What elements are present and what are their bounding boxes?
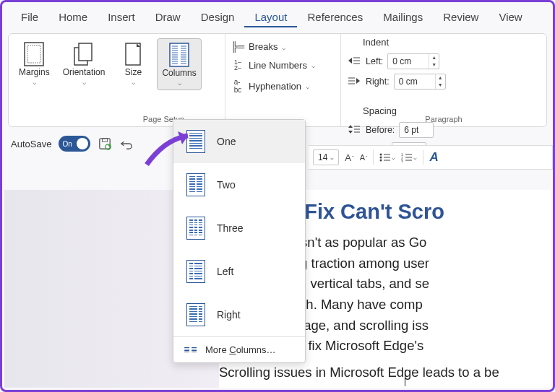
tab-draw[interactable]: Draw [145, 8, 191, 27]
chevron-down-icon: ⌵ [178, 79, 181, 87]
hyphenation-button[interactable]: a-bc Hyphenation ⌵ [231, 78, 335, 94]
columns-icon [168, 42, 191, 68]
annotation-arrow [143, 129, 201, 172]
svg-text:3: 3 [401, 160, 403, 162]
orientation-button[interactable]: Orientation ⌵ [59, 38, 110, 90]
indent-right-icon [348, 77, 361, 87]
text-effects-icon[interactable]: A [429, 150, 438, 165]
columns-three[interactable]: Three [173, 206, 305, 250]
margins-icon [22, 41, 46, 67]
hyphenation-icon: a-bc [231, 78, 244, 94]
svg-rect-3 [79, 43, 92, 61]
line-numbers-button[interactable]: 1–2– Line Numbers ⌵ [231, 59, 335, 71]
size-icon [121, 41, 145, 67]
text-cursor [405, 370, 405, 386]
columns-right[interactable]: Right [173, 293, 305, 336]
right-column-icon [186, 303, 205, 326]
orientation-icon [72, 41, 95, 67]
tab-file[interactable]: File [11, 8, 48, 27]
svg-rect-37 [103, 139, 108, 142]
doc-last-line: Scrolling issues in Microsoft Edge leads… [219, 362, 551, 383]
chevron-down-icon: ⌵ [282, 44, 285, 51]
increase-font-icon[interactable]: Aˆ [345, 152, 353, 163]
font-size-combo[interactable]: 14⌵ [313, 149, 339, 165]
breaks-icon: ╠═ [231, 41, 244, 52]
size-button[interactable]: Size ⌵ [113, 38, 152, 90]
menu-bar: File Home Insert Draw Design Layout Refe… [2, 2, 553, 30]
svg-rect-36 [100, 139, 110, 149]
indent-header: Indent [348, 37, 539, 48]
indent-left-input[interactable]: 0 cm▲▼ [387, 53, 439, 69]
columns-left[interactable]: Left [173, 250, 305, 293]
home-format-strip: 14⌵ Aˆ Aˇ ⌵ 123⌵ A [309, 145, 553, 170]
undo-icon[interactable] [119, 136, 134, 151]
more-columns[interactable]: ≣≣ More Columns… [173, 336, 305, 362]
tab-home[interactable]: Home [48, 8, 98, 27]
save-icon[interactable] [98, 136, 112, 151]
svg-point-41 [380, 160, 382, 162]
tab-insert[interactable]: Insert [98, 8, 145, 27]
tab-view[interactable]: View [489, 8, 532, 27]
indent-left-icon [348, 56, 361, 66]
chevron-down-icon: ⌵ [311, 62, 315, 69]
chevron-down-icon: ⌵ [82, 79, 86, 86]
chevron-down-icon: ⌵ [33, 79, 36, 86]
left-column-icon [186, 260, 205, 283]
numbering-icon[interactable]: 123⌵ [401, 152, 417, 162]
spacing-before-input[interactable]: 6 pt [399, 122, 434, 138]
group-label-paragraph: Paragraph [341, 115, 546, 123]
svg-rect-1 [27, 45, 40, 63]
tab-layout[interactable]: Layout [244, 8, 297, 27]
chevron-down-icon: ⌵ [132, 79, 135, 86]
tab-design[interactable]: Design [191, 8, 245, 27]
autosave-label: AutoSave [11, 139, 51, 149]
more-columns-icon: ≣≣ [184, 345, 198, 354]
breaks-button[interactable]: ╠═ Breaks ⌵ [231, 41, 335, 52]
tab-review[interactable]: Review [433, 8, 489, 27]
tab-mailings[interactable]: Mailings [373, 8, 433, 27]
columns-button[interactable]: Columns ⌵ [157, 38, 201, 90]
decrease-font-icon[interactable]: Aˇ [360, 153, 368, 162]
three-column-icon [186, 217, 205, 240]
chevron-down-icon: ⌵ [306, 83, 309, 90]
autosave-toggle[interactable]: On [59, 136, 90, 152]
ribbon: Margins ⌵ Orientation ⌵ Size ⌵ [8, 33, 547, 127]
spacing-before-icon [348, 125, 361, 135]
indent-right-input[interactable]: 0 cm▲▼ [394, 74, 446, 90]
bullets-icon[interactable]: ⌵ [379, 152, 395, 162]
tab-references[interactable]: References [297, 8, 373, 27]
line-numbers-icon: 1–2– [231, 59, 244, 71]
svg-point-40 [380, 157, 382, 159]
two-column-icon [186, 173, 205, 196]
margins-button[interactable]: Margins ⌵ [14, 38, 54, 90]
svg-point-39 [380, 154, 382, 156]
